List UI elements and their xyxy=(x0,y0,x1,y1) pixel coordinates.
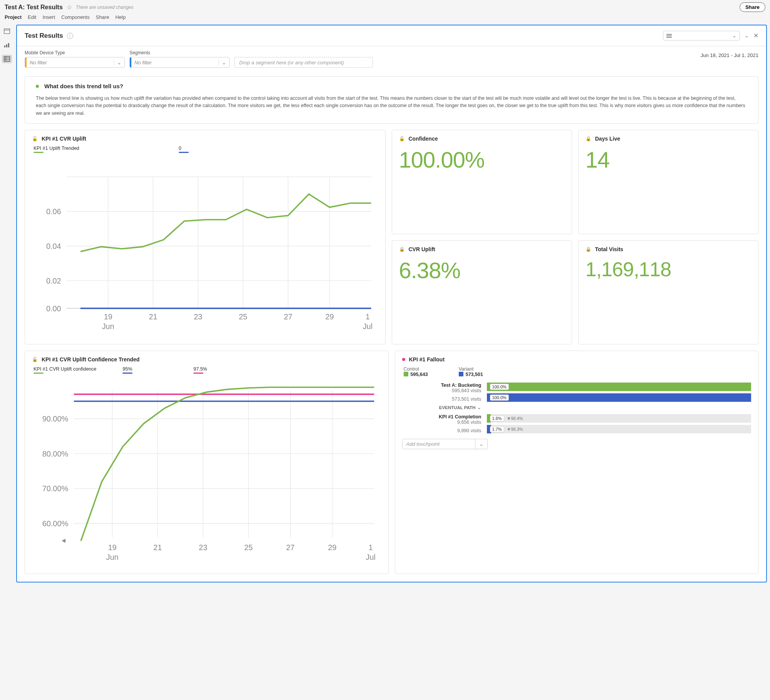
chevron-down-icon: ⌄ xyxy=(732,33,736,39)
fallout-control-label: Control xyxy=(404,366,428,372)
menu-insert[interactable]: Insert xyxy=(42,14,55,20)
metric-value: 1,169,118 xyxy=(585,256,751,281)
card-title: KPI #1 CVR Uplift xyxy=(42,136,86,142)
svg-text:1: 1 xyxy=(366,312,370,321)
svg-text:Jul: Jul xyxy=(366,553,376,561)
svg-text:27: 27 xyxy=(284,312,292,321)
rail-panel-icon[interactable] xyxy=(2,27,12,35)
favorite-star-icon[interactable]: ☆ xyxy=(67,3,72,11)
svg-text:29: 29 xyxy=(325,312,334,321)
menu-share[interactable]: Share xyxy=(96,14,109,20)
fallout-step-variant-visits: 573,501 visits xyxy=(402,396,481,402)
chevron-down-icon: ⌄ xyxy=(114,60,124,65)
svg-text:0.04: 0.04 xyxy=(46,242,61,250)
svg-text:Jun: Jun xyxy=(102,322,114,331)
chevron-down-icon[interactable]: ⌄ xyxy=(477,404,481,410)
fallout-bar-drop: ▼98.3% xyxy=(507,427,523,431)
legend-swatch-icon xyxy=(179,152,189,153)
fallout-step-title: KPI #1 Completion xyxy=(402,414,481,420)
menu-help[interactable]: Help xyxy=(115,14,126,20)
confidence-trend-chart: 90.00% 80.00% 70.00% 60.00% ◂ 19 Jun 21 … xyxy=(32,377,381,566)
fallout-bar-pct: 100.0% xyxy=(490,394,509,401)
lock-open-icon: 🔓 xyxy=(32,136,38,141)
panel-collapse-chevron-icon[interactable]: ⌄ xyxy=(745,33,749,39)
fallout-variant-value: 573,501 xyxy=(466,372,483,377)
filter-segments-label: Segments xyxy=(129,50,230,55)
svg-text:25: 25 xyxy=(244,543,253,552)
legend-label: 97.5% xyxy=(193,366,207,372)
legend-swatch-icon xyxy=(193,373,203,374)
legend-swatch-icon xyxy=(122,373,133,374)
add-touchpoint-input[interactable]: Add touchpoint xyxy=(402,439,475,449)
card-title: KPI #1 CVR Uplift Confidence Trended xyxy=(42,356,139,363)
fallout-control-value: 595,643 xyxy=(411,372,428,377)
project-title: Test A: Test Results xyxy=(5,4,63,11)
uplift-trend-chart: 0.06 0.04 0.02 0.00 19 Jun 21 23 25 27 xyxy=(32,156,378,336)
lock-closed-icon: 🔒 xyxy=(585,136,591,141)
svg-text:1: 1 xyxy=(369,543,373,552)
legend-label: KPI #1 Uplift Trended xyxy=(34,146,79,151)
menu-components[interactable]: Components xyxy=(61,14,90,20)
metric-value: 14 xyxy=(585,146,751,173)
help-icon[interactable]: i xyxy=(67,33,73,39)
svg-text:0.02: 0.02 xyxy=(46,277,61,285)
card-confidence-trend: 🔓KPI #1 CVR Uplift Confidence Trended KP… xyxy=(25,351,389,574)
lock-closed-icon: 🔒 xyxy=(585,247,591,252)
share-button[interactable]: Share xyxy=(740,2,765,12)
filter-segments-value: No filter xyxy=(131,60,218,65)
fallout-variant-label: Variant xyxy=(459,366,483,372)
rail-bar-chart-icon[interactable] xyxy=(2,41,12,49)
svg-text:60.00%: 60.00% xyxy=(42,519,69,528)
callout-title: What does this trend tell us? xyxy=(44,83,123,89)
legend-swatch-icon xyxy=(459,372,463,376)
legend-swatch-icon xyxy=(34,152,44,153)
svg-text:23: 23 xyxy=(194,312,202,321)
menu-project[interactable]: Project xyxy=(5,14,22,20)
panel-title: Test Results xyxy=(25,32,63,40)
chevron-down-icon: ⌄ xyxy=(218,60,229,65)
legend-label: 0 xyxy=(179,146,189,151)
card-title: Total Visits xyxy=(595,246,623,252)
svg-text:◂: ◂ xyxy=(62,536,65,545)
date-range-label[interactable]: Jun 18, 2021 - Jul 1, 2021 xyxy=(701,50,758,58)
svg-text:19: 19 xyxy=(108,543,116,552)
fallout-bar-pct: 1.6% xyxy=(490,415,504,421)
svg-text:0.06: 0.06 xyxy=(46,207,61,216)
card-confidence: 🔓Confidence 100.00% xyxy=(392,130,572,234)
svg-rect-3 xyxy=(6,44,7,47)
svg-rect-0 xyxy=(4,29,10,34)
rail-table-icon[interactable] xyxy=(2,55,12,63)
legend-label: 95% xyxy=(122,366,133,372)
panel-view-select[interactable]: ⌄ xyxy=(663,31,740,40)
card-title: Confidence xyxy=(409,136,438,142)
legend-label: KPI #1 CVR Uplift confidence xyxy=(34,366,96,372)
lock-open-icon: 🔓 xyxy=(32,357,38,362)
svg-text:0.00: 0.00 xyxy=(46,304,61,313)
svg-text:21: 21 xyxy=(153,543,162,552)
fallout-step-control-visits: 595,643 visits xyxy=(402,388,481,393)
card-cvr-uplift: 🔒CVR Uplift 6.38% xyxy=(392,240,572,345)
segment-drop-target[interactable]: Drop a segment here (or any other compon… xyxy=(234,57,373,68)
fallout-step-variant-visits: 9,890 visits xyxy=(402,428,481,433)
legend-swatch-icon xyxy=(34,373,44,374)
card-total-visits: 🔒Total Visits 1,169,118 xyxy=(578,240,758,345)
add-touchpoint-dropdown[interactable]: ⌄ xyxy=(475,439,488,449)
svg-text:29: 29 xyxy=(328,543,336,552)
trend-explanation-callout: What does this trend tell us? The below … xyxy=(25,76,758,124)
card-kpi-cvr-uplift-trend: 🔓 KPI #1 CVR Uplift KPI #1 Uplift Trende… xyxy=(25,130,386,344)
fallout-step-title: Test A: Bucketing xyxy=(402,383,481,388)
menu-edit[interactable]: Edit xyxy=(28,14,36,20)
card-title: CVR Uplift xyxy=(409,246,435,252)
filter-mobile-select[interactable]: No filter ⌄ xyxy=(25,57,125,68)
chevron-down-icon: ⌄ xyxy=(479,441,483,447)
svg-text:25: 25 xyxy=(239,312,247,321)
svg-rect-4 xyxy=(8,43,9,47)
menu-bar: Project Edit Insert Components Share Hel… xyxy=(5,12,765,23)
eventual-path-toggle[interactable]: EVENTUAL PATH xyxy=(439,405,476,410)
svg-text:21: 21 xyxy=(149,312,157,321)
panel-close-icon[interactable]: ✕ xyxy=(753,32,758,39)
left-rail xyxy=(0,23,14,586)
legend-swatch-icon xyxy=(404,372,408,376)
filter-segments-select[interactable]: No filter ⌄ xyxy=(129,57,230,68)
fallout-step-control-visits: 9,656 visits xyxy=(402,420,481,425)
